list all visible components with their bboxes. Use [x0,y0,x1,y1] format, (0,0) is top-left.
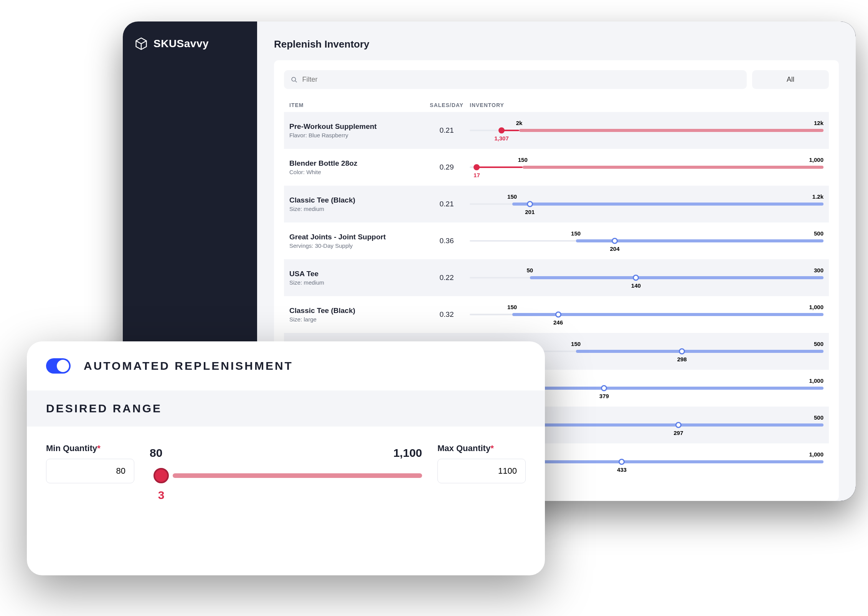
min-label: 150 [571,230,581,237]
toggle-knob [57,360,69,372]
current-inventory-dot[interactable] [619,459,625,465]
table-row[interactable]: Blender Bottle 28oz Color: White 0.29 15… [284,149,829,186]
range-fill [519,129,823,132]
svg-point-0 [292,77,295,81]
inventory-range[interactable]: 150 1,000 17 [470,156,823,179]
current-value-label: 1,307 [494,135,509,142]
current-inventory-dot[interactable] [474,164,480,170]
filter-all-button[interactable]: All [752,70,829,89]
item-name: Pre-Workout Supplement [289,122,424,131]
table-row[interactable]: Classic Tee (Black) Size: large 0.32 150… [284,296,829,333]
max-label: 1,000 [809,156,823,163]
range-slider[interactable]: 80 1,100 3 [150,443,422,479]
min-quantity-input[interactable] [46,459,134,483]
slider-fill [173,473,422,478]
min-label: 150 [518,156,528,163]
min-quantity-label: Min Quantity* [46,443,134,453]
col-sales: SALES/DAY [424,102,470,108]
table-row[interactable]: Classic Tee (Black) Size: medium 0.21 15… [284,186,829,222]
required-indicator: * [490,443,494,453]
page-title: Replenish Inventory [274,38,839,50]
item-name: Great Joints - Joint Support [289,233,424,241]
table-header: ITEM SALES/DAY INVENTORY [284,98,829,112]
table-row[interactable]: Pre-Workout Supplement Flavor: Blue Rasp… [284,112,829,149]
range-body: Min Quantity* 80 1,100 3 Max Quantity* [27,427,545,575]
cube-icon [134,37,148,51]
sales-per-day: 0.29 [424,163,470,171]
max-label: 1,000 [809,304,823,310]
slider-high-label: 1,100 [393,446,422,460]
item-name: Classic Tee (Black) [289,306,424,315]
current-inventory-dot[interactable] [675,422,682,428]
current-value-label: 433 [617,466,627,473]
item-cell: USA Tee Size: medium [289,270,424,286]
max-label: 500 [814,341,823,347]
required-indicator: * [97,443,101,453]
slider-low-label: 80 [150,446,162,460]
sales-per-day: 0.22 [424,273,470,282]
item-subtitle: Flavor: Blue Raspberry [289,132,424,138]
current-inventory-dot[interactable] [555,311,561,318]
max-label: 500 [814,414,823,421]
slider-track: 3 [150,471,422,479]
min-label: 150 [507,193,517,200]
slider-end-labels: 80 1,100 [150,446,422,460]
inventory-range[interactable]: 150 500 204 [470,229,823,252]
max-quantity-input[interactable] [437,459,526,483]
min-label: 50 [526,267,533,273]
slider-handle[interactable] [153,468,169,483]
range-fill [576,350,823,353]
current-inventory-dot[interactable] [527,201,533,207]
filter-field[interactable] [284,70,747,89]
toolbar: All [284,70,829,89]
current-inventory-dot[interactable] [679,348,685,354]
filter-all-label: All [787,76,794,84]
max-label: 1.2k [812,193,823,200]
item-subtitle: Size: medium [289,206,424,212]
max-label: 1,000 [809,377,823,384]
current-inventory-dot[interactable] [612,238,618,244]
item-name: Blender Bottle 28oz [289,159,424,168]
current-inventory-dot[interactable] [498,127,505,133]
current-value-label: 246 [553,319,563,326]
inventory-range[interactable]: 150 1,000 246 [470,303,823,326]
current-value-label: 17 [474,172,480,178]
auto-replenish-toggle[interactable] [46,358,71,374]
range-fill [523,166,823,169]
max-label: 1,000 [809,451,823,458]
col-inventory: INVENTORY [470,102,823,108]
search-icon [291,76,298,83]
card-header: AUTOMATED REPLENISHMENT [27,341,545,390]
range-deficit [477,166,523,168]
current-inventory-dot[interactable] [601,385,607,391]
current-inventory-dot[interactable] [633,275,639,281]
brand-text: SKUSavvy [153,38,209,50]
item-cell: Classic Tee (Black) Size: medium [289,196,424,212]
sales-per-day: 0.36 [424,237,470,245]
table-row[interactable]: Great Joints - Joint Support Servings: 3… [284,222,829,259]
max-label: 500 [814,230,823,237]
item-subtitle: Color: White [289,169,424,175]
range-fill [530,276,823,279]
range-fill [512,203,823,206]
max-label: 300 [814,267,823,273]
slider-handle-label: 3 [158,489,165,502]
desired-range-header: DESIRED RANGE [27,390,545,427]
current-value-label: 298 [677,356,687,362]
item-subtitle: Servings: 30-Day Supply [289,242,424,249]
sales-per-day: 0.21 [424,200,470,208]
inventory-range[interactable]: 50 300 140 [470,266,823,289]
inventory-range[interactable]: 150 1.2k 201 [470,193,823,216]
min-label: 150 [571,341,581,347]
replenishment-card: AUTOMATED REPLENISHMENT DESIRED RANGE Mi… [27,341,545,575]
filter-input[interactable] [302,76,740,84]
max-quantity-label: Max Quantity* [437,443,526,453]
max-label: 12k [814,120,823,126]
col-item: ITEM [289,102,424,108]
current-value-label: 379 [599,393,609,399]
min-quantity-block: Min Quantity* [46,443,134,483]
current-value-label: 297 [673,430,683,436]
inventory-range[interactable]: 2k 12k 1,307 [470,119,823,142]
table-row[interactable]: USA Tee Size: medium 0.22 50 300 140 [284,259,829,296]
item-name: Classic Tee (Black) [289,196,424,204]
